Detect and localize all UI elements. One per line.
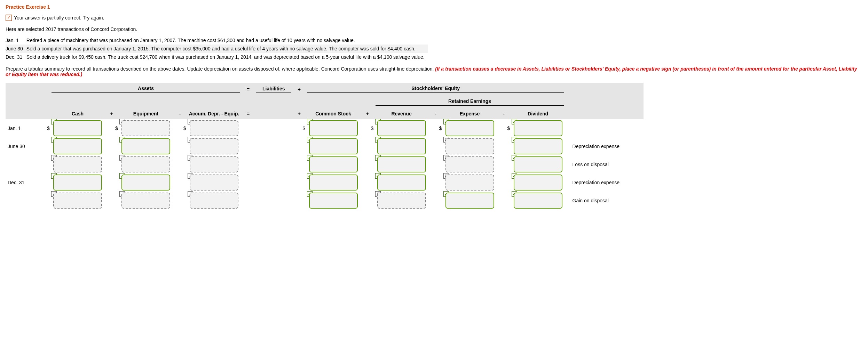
answer-input[interactable] [379, 122, 429, 135]
hdr-exp: Expense [442, 108, 497, 119]
feedback-text: Your answer is partially correct. Try ag… [14, 15, 104, 21]
answer-input[interactable] [515, 158, 565, 171]
row-label: June 30 [6, 137, 37, 155]
answer-input[interactable] [191, 140, 241, 153]
answer-cell: ✓ [377, 175, 426, 191]
answer-input[interactable] [55, 122, 105, 135]
answer-cell: ✗ [190, 138, 238, 154]
row-note: Depreciation expense [566, 137, 644, 155]
answer-cell: ✓ [514, 156, 562, 172]
answer-cell: ✗ [445, 138, 494, 154]
row-label [6, 192, 37, 210]
answer-input[interactable] [123, 158, 173, 171]
row-note: Loss on disposal [566, 155, 644, 173]
intro-text: Here are selected 2017 transactions of C… [6, 26, 862, 32]
row-note: Gain on disposal [566, 192, 644, 210]
answer-input[interactable] [447, 122, 497, 135]
answer-input[interactable] [379, 140, 429, 153]
answer-cell: ✓ [309, 193, 358, 209]
answer-cell: ✓$ [377, 120, 426, 136]
hdr-cs: Common Stock [306, 108, 361, 119]
answer-input[interactable] [55, 140, 105, 153]
answer-cell: ✗$ [121, 120, 170, 136]
answer-cell: ✗ [190, 175, 238, 191]
answer-cell: ✗ [445, 175, 494, 191]
answer-cell: ✓ [377, 156, 426, 172]
dollar-sign: $ [115, 126, 118, 131]
answer-input[interactable] [310, 140, 361, 153]
answer-input[interactable] [55, 158, 105, 171]
answer-input[interactable] [191, 176, 241, 189]
table-row: Jan. 1 Retired a piece of machinery that… [6, 36, 428, 44]
minus-sign: - [429, 108, 442, 119]
hdr-cash: Cash [50, 108, 105, 119]
hdr-assets: Assets [52, 86, 240, 93]
table-row: ✗✗✗✓✗✓✓Gain on disposal [6, 192, 644, 210]
answer-cell: ✓ [53, 138, 102, 154]
answer-input[interactable] [191, 194, 241, 207]
txn-text: Sold a computer that was purchased on Ja… [26, 44, 428, 53]
answer-input[interactable] [310, 122, 361, 135]
eq-sign: = [242, 83, 255, 96]
feedback: ⁄ Your answer is partially correct. Try … [6, 15, 862, 21]
partial-correct-icon: ⁄ [6, 15, 12, 21]
txn-date: Dec. 31 [6, 53, 26, 61]
answer-input[interactable] [310, 194, 361, 207]
answer-input[interactable] [447, 140, 497, 153]
answer-cell: ✗ [121, 193, 170, 209]
minus-sign: - [497, 108, 511, 119]
answer-input[interactable] [515, 176, 565, 189]
row-label: Dec. 31 [6, 173, 37, 192]
answer-input[interactable] [447, 176, 497, 189]
answer-input[interactable] [379, 194, 429, 207]
prepare-text: Prepare a tabular summary to record all … [6, 66, 862, 77]
answer-cell: ✓ [514, 138, 562, 154]
answer-input[interactable] [310, 158, 361, 171]
answer-cell: ✓ [445, 193, 494, 209]
dollar-sign: $ [507, 126, 510, 131]
answer-input[interactable] [55, 194, 105, 207]
answer-input[interactable] [123, 194, 173, 207]
answer-input[interactable] [123, 122, 173, 135]
hdr-rev: Revenue [374, 108, 429, 119]
row-note [566, 119, 644, 137]
answer-input[interactable] [379, 158, 429, 171]
row-note: Depreciation expense [566, 173, 644, 192]
answer-input[interactable] [310, 176, 361, 189]
plus-sign: + [293, 108, 306, 119]
answer-input[interactable] [379, 176, 429, 189]
answer-cell: ✗ [190, 156, 238, 172]
answer-input[interactable] [447, 158, 497, 171]
hdr-ad: Accum. Depr. - Equip. [187, 108, 242, 119]
hdr-div: Dividend [511, 108, 566, 119]
table-row: Dec. 31✓✓✗✓✓✗✓Depreciation expense [6, 173, 644, 192]
table-row: June 30✓✓✗✓✓✗✓Depreciation expense [6, 137, 644, 155]
row-label: Jan. 1 [6, 119, 37, 137]
txn-text: Retired a piece of machinery that was pu… [26, 36, 428, 44]
answer-input[interactable] [447, 194, 497, 207]
answer-input[interactable] [515, 194, 565, 207]
answer-input[interactable] [123, 140, 173, 153]
answer-cell: ✗ [53, 156, 102, 172]
txn-date: Jan. 1 [6, 36, 26, 44]
txn-date: June 30 [6, 44, 26, 53]
answer-input[interactable] [123, 176, 173, 189]
answer-cell: ✓$ [445, 120, 494, 136]
hdr-re: Retained Earnings [376, 98, 564, 106]
table-row: Dec. 31 Sold a delivery truck for $9,450… [6, 53, 428, 61]
answer-input[interactable] [55, 176, 105, 189]
answer-input[interactable] [515, 122, 565, 135]
answer-input[interactable] [191, 158, 241, 171]
row-label [6, 155, 37, 173]
answer-cell: ✓ [514, 175, 562, 191]
dollar-sign: $ [47, 126, 50, 131]
plus-sign: + [293, 83, 306, 96]
answer-input[interactable] [191, 122, 241, 135]
eq-sign: = [242, 108, 255, 119]
transactions-table: Jan. 1 Retired a piece of machinery that… [6, 36, 428, 61]
answer-cell: ✓ [514, 193, 562, 209]
answer-input[interactable] [515, 140, 565, 153]
answer-cell: ✓ [121, 138, 170, 154]
answer-cell: ✓ [309, 175, 358, 191]
answer-cell: ✓$ [53, 120, 102, 136]
